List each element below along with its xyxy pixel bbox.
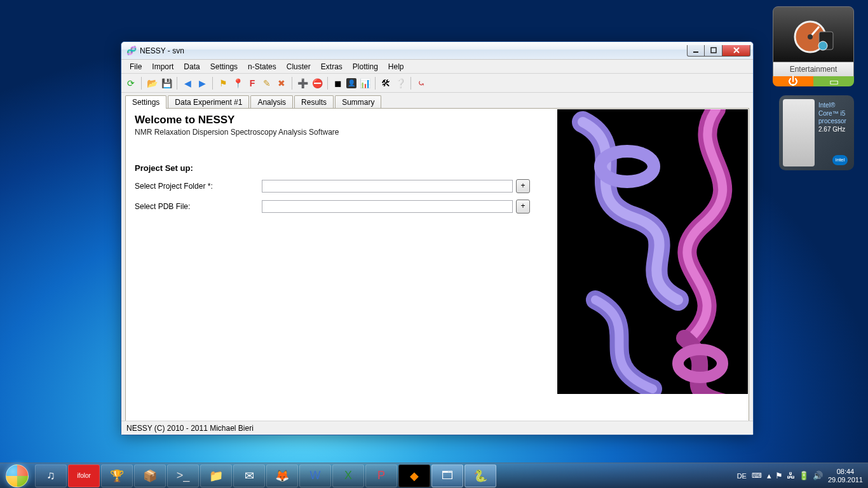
stop-icon[interactable]: ◼ [332,77,344,90]
edit-icon[interactable]: ✎ [261,77,273,90]
cpu-gadget[interactable]: Intel® Core™ i5 processor 2.67 GHz intel [779,95,854,170]
menu-cluster[interactable]: Cluster [281,61,316,72]
keyboard-icon[interactable]: ⌨ [752,471,762,480]
tray-flag-icon[interactable]: ⚑ [775,471,783,480]
separator [410,77,411,90]
language-indicator[interactable]: DE [737,472,747,480]
entertainment-label: Entertainment [773,62,854,76]
gadget-power-icon[interactable]: ⏻ [773,76,813,86]
status-text: NESSY (C) 2010 - 2011 Michael Bieri [126,424,254,433]
taskbar-python[interactable]: 🐍 [465,464,496,487]
taskbar-app-orange[interactable]: ◆ [398,464,430,487]
taskbar-excel[interactable]: X [332,464,364,487]
minimize-button[interactable] [687,45,705,57]
taskbar-word[interactable]: W [299,464,331,487]
tray-chevron-icon[interactable]: ▴ [767,471,771,480]
add-icon[interactable]: ➕ [296,77,309,90]
pin-icon[interactable]: 📍 [231,77,244,90]
app-window: 🧬 NESSY - svn File Import Data Settings … [121,41,754,435]
back-icon[interactable]: ◀ [181,77,194,90]
svg-point-10 [818,41,827,50]
project-folder-input[interactable] [262,180,513,193]
project-folder-browse-button[interactable]: + [516,179,530,193]
windows-orb-icon [6,464,29,487]
user-icon[interactable]: 👤 [346,78,356,88]
taskbar-thunderbird[interactable]: ✉ [233,464,265,487]
save-icon[interactable]: 💾 [160,77,173,90]
menu-file[interactable]: File [125,61,147,72]
pdb-file-browse-button[interactable]: + [516,200,530,214]
taskbar-ifolor[interactable]: ifolor [68,464,100,487]
pdb-file-input[interactable] [262,200,513,213]
tray-network-icon[interactable]: 🖧 [787,471,795,480]
flag-icon[interactable]: ⚑ [217,77,229,90]
taskbar-itunes[interactable]: ♫ [35,464,67,487]
menu-data[interactable]: Data [179,61,205,72]
tab-summary[interactable]: Summary [335,95,381,109]
separator [327,77,328,90]
pdb-file-label: Select PDB File: [135,202,262,211]
tab-bar: Settings Data Experiment #1 Analysis Res… [121,93,753,108]
taskbar: ♫ ifolor 🏆 📦 >_ 📁 ✉ 🦊 W X P ◆ 🗔 🐍 DE ⌨ ▴… [0,463,868,488]
taskbar-terminal[interactable]: >_ [167,464,199,487]
app-icon: 🧬 [126,46,137,56]
exit-icon[interactable]: ⤿ [415,77,428,90]
separator [292,77,292,90]
chip-icon [783,99,815,166]
open-folder-icon[interactable]: 📂 [146,77,158,90]
forward-icon[interactable]: ▶ [196,77,208,90]
title-bar[interactable]: 🧬 NESSY - svn [121,42,753,60]
system-tray: DE ⌨ ▴ ⚑ 🖧 🔋 🔊 08:44 29.09.2011 [732,463,868,488]
help-icon[interactable]: ❔ [394,77,407,90]
content-pane: Welcome to NESSY NMR Relaxation Dispersi… [125,108,749,426]
tray-icons: ▴ ⚑ 🖧 🔋 🔊 [767,471,823,480]
window-controls [687,45,750,57]
separator [141,77,142,90]
menu-import[interactable]: Import [147,61,179,72]
taskbar-explorer[interactable]: 📁 [200,464,232,487]
toolbar: ⟳ 📂 💾 ◀ ▶ ⚑ 📍 F ✎ ✖ ➕ ⛔ ◼ 👤 📊 🛠 ❔ ⤿ [121,74,753,93]
menu-help[interactable]: Help [383,61,409,72]
menu-plotting[interactable]: Plotting [348,61,383,72]
delete-icon[interactable]: ✖ [275,77,288,90]
menu-extras[interactable]: Extras [316,61,348,72]
taskbar-virtualbox[interactable]: 📦 [134,464,166,487]
svg-rect-1 [711,48,716,53]
separator [177,77,177,90]
chart-icon[interactable]: 📊 [358,77,371,90]
tools-icon[interactable]: 🛠 [379,77,392,90]
status-bar: NESSY (C) 2010 - 2011 Michael Bieri [121,421,753,435]
tab-results[interactable]: Results [294,95,334,109]
clock[interactable]: 08:44 29.09.2011 [828,468,863,484]
protein-illustration [557,109,748,394]
svg-point-8 [808,34,813,39]
clock-time: 08:44 [828,468,863,476]
taskbar-lamp[interactable]: 🏆 [101,464,133,487]
taskbar-firefox[interactable]: 🦊 [266,464,298,487]
tray-battery-icon[interactable]: 🔋 [799,471,809,480]
tab-settings[interactable]: Settings [125,95,166,109]
menu-nstates[interactable]: n-States [243,61,281,72]
f-icon[interactable]: F [246,77,259,90]
clock-date: 29.09.2011 [828,476,863,484]
tray-volume-icon[interactable]: 🔊 [813,471,823,480]
maximize-button[interactable] [705,45,722,57]
start-button[interactable] [0,463,34,489]
gauge-icon [773,6,854,62]
taskbar-powerpoint[interactable]: P [365,464,397,487]
refresh-icon[interactable]: ⟳ [125,77,137,90]
close-button[interactable] [722,45,750,57]
tab-experiment1[interactable]: Data Experiment #1 [168,95,249,109]
project-folder-label: Select Project Folder *: [135,182,262,191]
tab-analysis[interactable]: Analysis [250,95,293,109]
remove-icon[interactable]: ⛔ [311,77,323,90]
menu-settings[interactable]: Settings [205,61,243,72]
gadget-screen-icon[interactable]: ▭ [813,76,854,86]
separator [375,77,376,90]
intel-badge-icon: intel [832,155,848,165]
menu-bar: File Import Data Settings n-States Clust… [121,60,753,74]
entertainment-gadget[interactable]: Entertainment ⏻ ▭ [773,6,854,86]
separator [212,77,213,90]
taskbar-app-blue[interactable]: 🗔 [431,464,463,487]
window-title: NESSY - svn [140,46,687,55]
